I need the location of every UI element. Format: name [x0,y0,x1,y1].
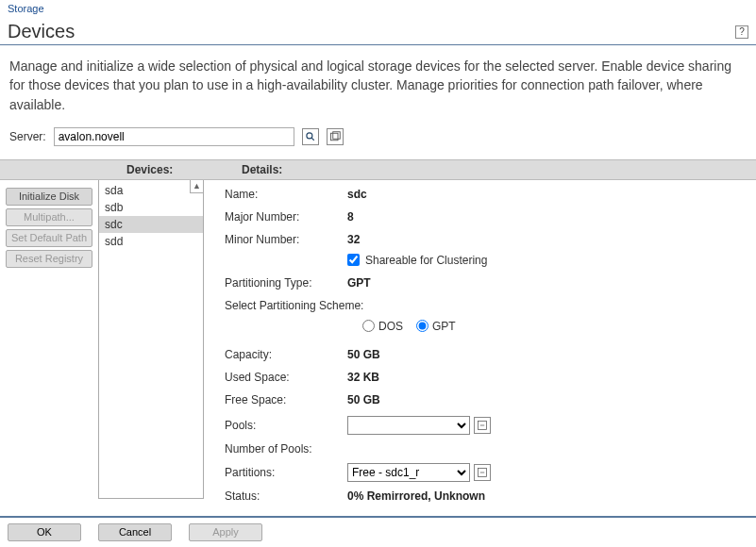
free-label: Free Space: [225,393,347,406]
scheme-dos-radio[interactable]: DOS [362,320,403,333]
minor-label: Minor Number: [225,233,347,246]
scheme-gpt-label: GPT [432,320,456,333]
used-label: Used Space: [225,371,347,384]
page-title: Devices [8,21,75,42]
pools-select[interactable] [347,416,470,435]
status-label: Status: [225,489,347,503]
svg-point-0 [307,133,312,139]
major-value: 8 [347,210,354,224]
details-col-header: Details: [204,163,282,176]
capacity-label: Capacity: [225,348,347,361]
shareable-label: Shareable for Clustering [365,254,487,267]
apply-button[interactable]: Apply [189,523,262,541]
status-value: 0% Remirrored, Unknown [347,489,485,503]
parttype-label: Partitioning Type: [225,276,347,290]
partitions-label: Partitions: [225,466,347,479]
minor-value: 32 [347,233,360,246]
search-icon[interactable] [302,128,319,145]
server-label: Server: [9,130,46,143]
server-input[interactable] [54,127,294,146]
partitions-action-icon[interactable] [474,464,491,481]
scheme-gpt-radio[interactable]: GPT [416,320,456,333]
name-label: Name: [225,188,347,201]
scheme-dos-label: DOS [378,320,403,333]
list-item[interactable]: sdd [99,233,203,250]
device-list[interactable]: ▲ sda sdb sdc sdd [98,180,204,499]
used-value: 32 KB [347,371,379,384]
scheme-label: Select Partitioning Scheme: [225,299,363,312]
cancel-button[interactable]: Cancel [98,523,172,541]
ok-button[interactable]: OK [8,523,81,541]
parttype-value: GPT [347,276,371,290]
capacity-value: 50 GB [347,348,380,361]
history-icon[interactable] [327,128,344,145]
pools-label: Pools: [225,419,347,432]
major-label: Major Number: [225,210,347,224]
scroll-up-icon[interactable]: ▲ [190,180,203,193]
intro-text: Manage and initialize a wide selection o… [0,45,756,120]
numpools-label: Number of Pools: [225,442,347,456]
free-value: 50 GB [347,393,380,406]
set-default-path-button[interactable]: Set Default Path [6,229,92,247]
help-icon[interactable]: ? [735,25,748,39]
list-item[interactable]: sdc [99,216,203,233]
reset-registry-button[interactable]: Reset Registry [6,250,92,268]
svg-line-1 [311,138,314,141]
multipath-button[interactable]: Multipath... [6,208,92,226]
initialize-disk-button[interactable]: Initialize Disk [6,188,92,206]
list-item[interactable]: sda [99,182,203,199]
partitions-select[interactable]: Free - sdc1_r [347,463,470,482]
list-item[interactable]: sdb [99,199,203,216]
name-value: sdc [347,188,367,201]
devices-col-header: Devices: [98,163,204,176]
breadcrumb-storage[interactable]: Storage [8,3,44,14]
pools-action-icon[interactable] [474,417,491,434]
shareable-checkbox[interactable] [347,254,360,266]
